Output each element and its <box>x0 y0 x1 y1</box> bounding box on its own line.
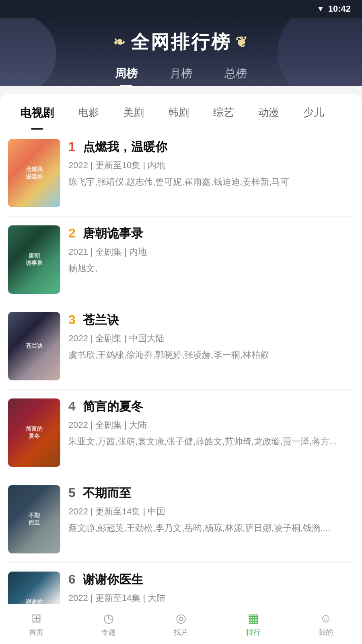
poster-1: 点燃我 温暖你 <box>8 139 60 207</box>
item-title-4: 简言的夏冬 <box>83 398 143 414</box>
item-cast-3: 虞书欣,王鹤棣,徐海乔,郭晓婷,张凌赫,李一桐,林柏叡 <box>68 348 354 361</box>
title-text: 全网排行榜 <box>131 30 231 55</box>
list-item[interactable]: 点燃我 温暖你 1 点燃我，温暖你 2022 | 更新至10集 | 内地 陈飞宇… <box>8 130 354 217</box>
ranking-nav-label: 排行 <box>246 627 261 637</box>
list-item[interactable]: 不期 而至 5 不期而至 2022 | 更新至14集 | 中国 蔡文静,彭冠英,… <box>8 476 354 563</box>
title-row-6: 6 谢谢你医生 <box>68 572 354 587</box>
rank-num-5: 5 <box>68 485 80 500</box>
cat-anime[interactable]: 动漫 <box>246 94 291 130</box>
poster-4: 简言的 夏冬 <box>8 398 60 467</box>
item-title-6: 谢谢你医生 <box>83 572 143 587</box>
ranking-tabs: 周榜 月榜 总榜 <box>0 55 362 86</box>
item-cast-4: 朱亚文,万茜,张萌,袁文康,张子健,薛皓文,范帅琦,龙政璇,贾一泽,蒋方... <box>68 435 354 448</box>
item-meta-3: 2022 | 全剧集 | 中国大陆 <box>68 332 354 345</box>
item-meta-2: 2021 | 全剧集 | 内地 <box>68 245 354 258</box>
list-item[interactable]: 苍兰诀 3 苍兰诀 2022 | 全剧集 | 中国大陆 虞书欣,王鹤棣,徐海乔,… <box>8 303 354 390</box>
title-row-2: 2 唐朝诡事录 <box>68 225 354 241</box>
home-nav-icon: ⊞ <box>31 611 41 625</box>
page-title: ❧ 全网排行榜 ❦ <box>0 30 362 55</box>
title-row-4: 4 简言的夏冬 <box>68 398 354 414</box>
tab-monthly[interactable]: 月榜 <box>170 66 192 86</box>
item-title-1: 点燃我，温暖你 <box>83 139 167 155</box>
item-meta-4: 2022 | 全剧集 | 大陆 <box>68 418 354 431</box>
item-title-5: 不期而至 <box>83 485 131 501</box>
item-title-2: 唐朝诡事录 <box>83 225 143 241</box>
item-info-5: 5 不期而至 2022 | 更新至14集 | 中国 蔡文静,彭冠英,王劲松,李乃… <box>68 485 354 535</box>
cat-tv[interactable]: 电视剧 <box>8 94 66 130</box>
laurel-left-icon: ❧ <box>113 34 127 51</box>
topics-nav-icon: ◷ <box>103 611 114 625</box>
poster-text-5: 不期 而至 <box>8 485 60 553</box>
find-nav-label: 找片 <box>174 627 188 637</box>
item-meta-6: 2022 | 更新至14集 | 大陆 <box>68 591 354 605</box>
nav-item-find[interactable]: ◎ 找片 <box>145 604 217 644</box>
list-item[interactable]: 唐朝 诡事录 2 唐朝诡事录 2021 | 全剧集 | 内地 杨旭文, <box>8 217 354 303</box>
cat-variety[interactable]: 综艺 <box>201 94 246 130</box>
item-info-3: 3 苍兰诀 2022 | 全剧集 | 中国大陆 虞书欣,王鹤棣,徐海乔,郭晓婷,… <box>68 312 354 361</box>
title-row-1: 1 点燃我，温暖你 <box>68 139 354 155</box>
rank-num-4: 4 <box>68 399 80 414</box>
item-cast-2: 杨旭文, <box>68 262 354 275</box>
mine-nav-label: 我的 <box>319 627 333 637</box>
bottom-nav: ⊞ 首页 ◷ 专题 ◎ 找片 ▦ 排行 ☺ 我的 <box>0 604 362 644</box>
nav-item-topics[interactable]: ◷ 专题 <box>72 604 145 644</box>
cat-kr[interactable]: 韩剧 <box>156 94 201 130</box>
title-row-3: 3 苍兰诀 <box>68 312 354 328</box>
poster-2: 唐朝 诡事录 <box>8 225 60 294</box>
find-nav-icon: ◎ <box>176 611 186 625</box>
poster-5: 不期 而至 <box>8 485 60 553</box>
home-nav-label: 首页 <box>29 627 43 637</box>
category-section: 电视剧 电影 美剧 韩剧 综艺 动漫 少儿 <box>0 94 362 130</box>
item-info-2: 2 唐朝诡事录 2021 | 全剧集 | 内地 杨旭文, <box>68 225 354 275</box>
poster-text-4: 简言的 夏冬 <box>8 398 60 467</box>
laurel-right-icon: ❦ <box>235 34 249 51</box>
rank-num-1: 1 <box>68 139 80 154</box>
poster-3: 苍兰诀 <box>8 312 60 380</box>
topics-nav-label: 专题 <box>101 627 116 637</box>
header: ❧ 全网排行榜 ❦ 周榜 月榜 总榜 <box>0 18 362 86</box>
tab-weekly[interactable]: 周榜 <box>115 66 138 86</box>
status-time: 10:42 <box>328 4 351 14</box>
ranking-nav-icon: ▦ <box>248 611 259 625</box>
tab-total[interactable]: 总榜 <box>224 66 247 86</box>
rank-num-3: 3 <box>68 312 80 327</box>
nav-item-mine[interactable]: ☺ 我的 <box>290 604 362 644</box>
poster-text-1: 点燃我 温暖你 <box>8 139 60 207</box>
item-meta-5: 2022 | 更新至14集 | 中国 <box>68 505 354 518</box>
mine-nav-icon: ☺ <box>320 611 332 625</box>
rank-num-2: 2 <box>68 226 80 241</box>
content-list: 点燃我 温暖你 1 点燃我，温暖你 2022 | 更新至10集 | 内地 陈飞宇… <box>0 130 362 644</box>
item-info-1: 1 点燃我，温暖你 2022 | 更新至10集 | 内地 陈飞宇,张靖仪,赵志伟… <box>68 139 354 188</box>
poster-text-2: 唐朝 诡事录 <box>8 225 60 294</box>
rank-num-6: 6 <box>68 572 80 587</box>
list-item[interactable]: 简言的 夏冬 4 简言的夏冬 2022 | 全剧集 | 大陆 朱亚文,万茜,张萌… <box>8 390 354 476</box>
poster-text-3: 苍兰诀 <box>8 312 60 380</box>
cat-us[interactable]: 美剧 <box>111 94 156 130</box>
item-cast-1: 陈飞宇,张靖仪,赵志伟,曾可妮,崔雨鑫,钱迪迪,姜梓新,马可 <box>68 175 354 188</box>
wifi-icon: ▼ <box>317 5 324 13</box>
category-tabs: 电视剧 电影 美剧 韩剧 综艺 动漫 少儿 <box>0 94 362 130</box>
status-bar: ▼ 10:42 <box>0 0 362 18</box>
item-title-3: 苍兰诀 <box>83 312 119 328</box>
item-meta-1: 2022 | 更新至10集 | 内地 <box>68 159 354 172</box>
nav-item-ranking[interactable]: ▦ 排行 <box>217 604 290 644</box>
item-info-4: 4 简言的夏冬 2022 | 全剧集 | 大陆 朱亚文,万茜,张萌,袁文康,张子… <box>68 398 354 448</box>
cat-kids[interactable]: 少儿 <box>291 94 336 130</box>
title-row-5: 5 不期而至 <box>68 485 354 501</box>
cat-movie[interactable]: 电影 <box>66 94 111 130</box>
item-cast-5: 蔡文静,彭冠英,王劲松,李乃文,岳昀,杨琼,林源,萨日娜,凌子桐,钱漪,... <box>68 521 354 535</box>
nav-item-home[interactable]: ⊞ 首页 <box>0 604 72 644</box>
